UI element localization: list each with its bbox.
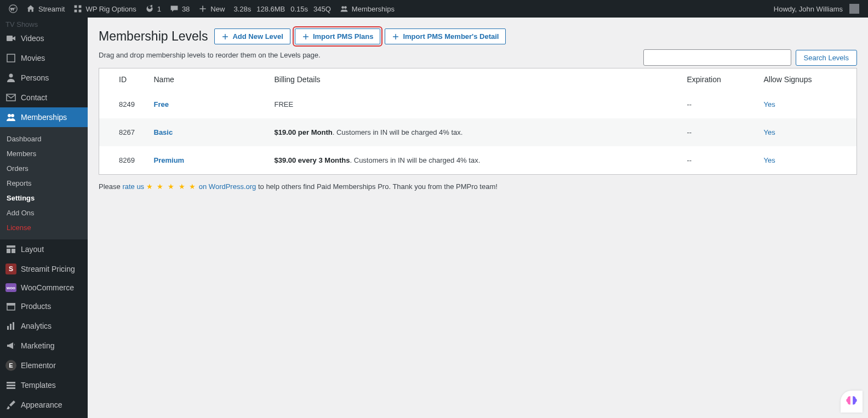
button-label: Add New Level: [232, 32, 283, 41]
sidebar-label: Marketing: [21, 341, 54, 350]
cell-id: 8267: [99, 118, 149, 146]
sidebar-label: Videos: [21, 34, 44, 43]
comments-link[interactable]: 38: [165, 0, 194, 18]
search-row: Search Levels: [643, 49, 857, 66]
sidebar-label: Memberships: [21, 113, 67, 122]
comment-icon: [170, 4, 179, 13]
svg-rect-17: [7, 305, 15, 310]
person-icon: [5, 72, 16, 83]
plus-icon: [302, 33, 310, 41]
sub-reports[interactable]: Reports: [0, 176, 88, 191]
svg-rect-19: [10, 324, 12, 330]
streamit-s-icon: S: [5, 264, 16, 274]
button-label: Import PMS Member's Detail: [403, 32, 499, 41]
search-input[interactable]: [643, 49, 791, 66]
svg-rect-7: [7, 36, 13, 41]
sidebar-label: Products: [21, 302, 51, 311]
svg-rect-20: [13, 322, 14, 330]
refresh-icon: [145, 4, 154, 13]
elementor-icon: E: [5, 360, 16, 371]
film-icon: [5, 53, 16, 64]
sidebar-item-products[interactable]: Products: [0, 296, 88, 316]
col-billing: Billing Details: [269, 68, 682, 91]
svg-point-12: [11, 114, 14, 117]
sub-addons[interactable]: Add Ons: [0, 205, 88, 220]
site-link[interactable]: Streamit: [22, 0, 69, 18]
sidebar-label: Persons: [21, 73, 49, 82]
archive-icon: [5, 301, 16, 312]
add-new-level-button[interactable]: Add New Level: [214, 28, 290, 44]
perf-stats[interactable]: 3.28s 128.6MB 0.15s 345Q: [229, 0, 335, 18]
sub-settings[interactable]: Settings: [0, 191, 88, 205]
sidebar-item-contact[interactable]: Contact: [0, 88, 88, 107]
import-pms-members-button[interactable]: Import PMS Member's Detail: [385, 28, 506, 44]
sub-members[interactable]: Members: [0, 146, 88, 161]
search-levels-button[interactable]: Search Levels: [796, 50, 857, 66]
svg-rect-1: [75, 5, 77, 8]
sidebar-item-tvshows-cut[interactable]: TV Shows: [0, 18, 88, 28]
memberships-link[interactable]: Memberships: [335, 0, 399, 18]
group-icon: [5, 112, 16, 123]
sidebar-item-elementor[interactable]: EElementor: [0, 356, 88, 375]
table-row[interactable]: 8269 Premium $39.00 every 3 Months. Cust…: [99, 146, 857, 175]
svg-rect-3: [75, 10, 77, 13]
updates-link[interactable]: 1: [141, 0, 165, 18]
sidebar-item-pricing[interactable]: SStreamit Pricing: [0, 259, 88, 279]
sub-orders[interactable]: Orders: [0, 161, 88, 176]
account-link[interactable]: Howdy, John Williams: [769, 0, 864, 18]
sidebar-item-marketing[interactable]: Marketing: [0, 336, 88, 356]
sub-license[interactable]: License: [0, 220, 88, 235]
svg-point-5: [341, 6, 344, 9]
svg-rect-10: [7, 94, 15, 101]
sidebar-label: WooCommerce: [21, 283, 74, 292]
sidebar-item-movies[interactable]: Movies: [0, 48, 88, 68]
new-link[interactable]: New: [194, 0, 229, 18]
allow-signups-link[interactable]: Yes: [764, 128, 775, 136]
sidebar-item-persons[interactable]: Persons: [0, 68, 88, 88]
level-name-link[interactable]: Free: [154, 100, 169, 108]
wp-logo[interactable]: [4, 0, 22, 18]
assistant-fab[interactable]: [841, 391, 863, 413]
sidebar-label: Movies: [21, 54, 45, 62]
cell-billing: FREE: [269, 90, 682, 118]
sub-dashboard[interactable]: Dashboard: [0, 131, 88, 146]
sidebar-label: Analytics: [21, 322, 52, 330]
sidebar-label: Contact: [21, 93, 47, 102]
sidebar-label: Elementor: [21, 361, 56, 370]
allow-signups-link[interactable]: Yes: [764, 156, 775, 164]
svg-point-11: [8, 114, 11, 117]
svg-rect-23: [7, 387, 15, 389]
rate-us-link[interactable]: rate us ★ ★ ★ ★ ★ on WordPress.org: [122, 182, 256, 191]
cell-id: 8269: [99, 146, 149, 175]
table-row[interactable]: 8267 Basic $19.00 per Month. Customers i…: [99, 118, 857, 146]
sidebar-item-appearance[interactable]: Appearance: [0, 395, 88, 415]
col-id: ID: [99, 68, 149, 91]
sidebar-item-memberships[interactable]: Memberships: [0, 107, 88, 127]
sidebar-item-templates[interactable]: Templates: [0, 375, 88, 395]
svg-rect-14: [7, 249, 10, 253]
table-row[interactable]: 8249 Free FREE -- Yes: [99, 90, 857, 118]
svg-point-6: [344, 6, 347, 9]
sidebar-item-layout[interactable]: Layout: [0, 239, 88, 259]
sidebar-item-woocommerce[interactable]: wooWooCommerce: [0, 279, 88, 296]
templates-icon: [5, 380, 16, 391]
updates-count: 1: [157, 5, 161, 13]
sidebar-item-analytics[interactable]: Analytics: [0, 316, 88, 336]
perf-time: 3.28s: [233, 5, 251, 13]
level-name-link[interactable]: Basic: [154, 128, 173, 136]
woo-icon: woo: [5, 283, 16, 292]
chart-icon: [5, 320, 16, 331]
import-pms-plans-button[interactable]: Import PMS Plans: [295, 28, 381, 44]
cell-expiration: --: [682, 118, 758, 146]
video-icon: [5, 33, 16, 44]
wp-rig-link[interactable]: WP Rig Options: [69, 0, 140, 18]
admin-sidebar: TV Shows Videos Movies Persons Contact M…: [0, 18, 88, 418]
sidebar-item-videos[interactable]: Videos: [0, 28, 88, 48]
col-name: Name: [149, 68, 269, 91]
allow-signups-link[interactable]: Yes: [764, 100, 775, 108]
footer-note: Please rate us ★ ★ ★ ★ ★ on WordPress.or…: [99, 182, 857, 191]
level-name-link[interactable]: Premium: [154, 156, 185, 164]
site-name: Streamit: [38, 5, 65, 13]
home-icon: [26, 4, 35, 13]
avatar-icon: [849, 4, 859, 14]
